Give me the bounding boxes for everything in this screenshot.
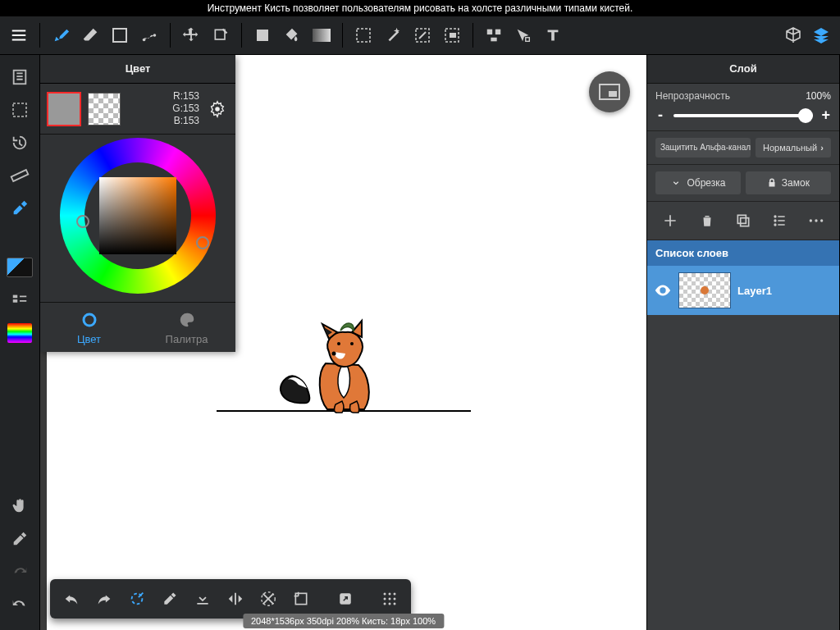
svg-rect-0 bbox=[113, 29, 126, 42]
canvas-area[interactable]: Цвет R:153 G:153 B:153 bbox=[40, 55, 646, 630]
svg-rect-18 bbox=[13, 299, 18, 303]
svg-rect-16 bbox=[11, 170, 29, 181]
redo-button[interactable] bbox=[88, 582, 121, 615]
layer-name-label: Layer1 bbox=[737, 285, 772, 297]
svg-point-43 bbox=[809, 219, 811, 221]
opacity-slider[interactable] bbox=[673, 114, 813, 117]
svg-point-36 bbox=[389, 603, 391, 605]
grid-button[interactable] bbox=[373, 582, 406, 615]
history-button[interactable] bbox=[6, 129, 34, 157]
layer-more-button[interactable] bbox=[806, 210, 827, 231]
lock-layer-button[interactable]: Замок bbox=[746, 171, 831, 194]
rotate-button[interactable] bbox=[252, 582, 285, 615]
svg-point-29 bbox=[384, 593, 386, 596]
svg-rect-39 bbox=[741, 218, 749, 226]
add-layer-button[interactable] bbox=[660, 210, 681, 231]
save-button[interactable] bbox=[186, 582, 219, 615]
gradient-tool[interactable] bbox=[308, 21, 336, 49]
svg-rect-5 bbox=[313, 29, 331, 42]
crop-layer-button[interactable]: Обрезка bbox=[655, 171, 741, 194]
marquee-select-tool[interactable] bbox=[349, 21, 377, 49]
3d-view-button[interactable] bbox=[779, 21, 807, 49]
undo-arrow-button[interactable] bbox=[6, 591, 34, 619]
svg-rect-12 bbox=[491, 38, 496, 42]
svg-point-32 bbox=[384, 598, 386, 600]
svg-point-35 bbox=[384, 603, 386, 605]
blend-mode-select[interactable]: Нормальный bbox=[756, 138, 831, 158]
pointer-edit-tool[interactable] bbox=[509, 21, 537, 49]
palette-list-button[interactable] bbox=[6, 286, 34, 314]
brush-settings-button[interactable] bbox=[6, 194, 34, 222]
svg-point-24 bbox=[84, 314, 95, 326]
layer-thumbnail bbox=[678, 272, 731, 308]
color-settings-button[interactable] bbox=[206, 95, 229, 123]
minimap-button[interactable] bbox=[589, 71, 630, 112]
reference-panel-button[interactable] bbox=[6, 63, 34, 91]
move-tool[interactable] bbox=[177, 21, 205, 49]
svg-point-30 bbox=[389, 593, 391, 596]
layer-options-button[interactable] bbox=[769, 210, 790, 231]
color-tab[interactable]: Цвет bbox=[40, 303, 138, 352]
layer-item[interactable]: Layer1 bbox=[647, 266, 839, 315]
layers-panel: Слой Непрозрачность 100% - + Защитить Ал… bbox=[646, 55, 840, 630]
layers-toggle-button[interactable] bbox=[807, 21, 835, 49]
background-swatch[interactable] bbox=[88, 93, 121, 126]
rainbow-palette-button[interactable] bbox=[6, 319, 34, 347]
color-wheel[interactable] bbox=[60, 138, 216, 294]
protect-alpha-button[interactable]: Защитить Альфа-канал bbox=[655, 138, 751, 158]
menu-button[interactable] bbox=[5, 21, 33, 49]
select-brush-tool[interactable] bbox=[409, 21, 436, 49]
eyedropper-button[interactable] bbox=[6, 525, 34, 553]
mirror-button[interactable] bbox=[219, 582, 252, 615]
redo-arrow-button[interactable] bbox=[6, 558, 34, 586]
eraser-tool[interactable] bbox=[76, 21, 104, 49]
svg-rect-9 bbox=[450, 33, 456, 38]
svg-rect-10 bbox=[487, 30, 492, 34]
color-panel-title: Цвет bbox=[40, 55, 235, 84]
layer-visibility-toggle[interactable] bbox=[654, 281, 672, 299]
svg-point-20 bbox=[331, 351, 336, 355]
svg-rect-15 bbox=[13, 103, 26, 116]
svg-point-40 bbox=[774, 215, 777, 217]
color-panel: Цвет R:153 G:153 B:153 bbox=[40, 55, 235, 352]
svg-point-33 bbox=[389, 598, 391, 600]
align-tool[interactable] bbox=[480, 21, 508, 49]
svg-point-37 bbox=[394, 603, 396, 605]
color-preview-button[interactable] bbox=[6, 253, 34, 281]
svg-point-1 bbox=[143, 39, 146, 42]
svg-point-41 bbox=[774, 219, 777, 221]
selection-panel-button[interactable] bbox=[6, 96, 34, 124]
svg-rect-27 bbox=[295, 593, 306, 604]
delete-layer-button[interactable] bbox=[696, 210, 718, 231]
fill-tool[interactable] bbox=[249, 21, 276, 49]
duplicate-layer-button[interactable] bbox=[733, 210, 754, 231]
svg-rect-3 bbox=[215, 30, 225, 39]
foreground-swatch[interactable] bbox=[47, 92, 81, 126]
crop-button[interactable] bbox=[285, 582, 317, 615]
fullscreen-button[interactable] bbox=[329, 582, 362, 615]
ruler-button[interactable] bbox=[6, 162, 34, 189]
opacity-label: Непрозрачность bbox=[655, 90, 799, 102]
undo-button[interactable] bbox=[55, 582, 88, 615]
svg-rect-11 bbox=[495, 30, 500, 34]
brush-cursor-button[interactable] bbox=[121, 582, 153, 615]
transform-tool[interactable] bbox=[207, 21, 235, 49]
svg-point-34 bbox=[394, 598, 396, 600]
select-erase-tool[interactable] bbox=[438, 21, 466, 49]
smudge-tool[interactable] bbox=[135, 21, 163, 49]
layers-panel-title: Слой bbox=[647, 55, 839, 84]
opacity-increase-button[interactable]: + bbox=[821, 107, 831, 124]
opacity-decrease-button[interactable]: - bbox=[655, 107, 665, 124]
text-tool[interactable] bbox=[539, 21, 567, 49]
magic-wand-tool[interactable] bbox=[379, 21, 407, 49]
svg-rect-13 bbox=[526, 38, 530, 42]
bucket-tool[interactable] bbox=[278, 21, 306, 49]
pan-hand-button[interactable] bbox=[6, 492, 34, 520]
rgb-readout: R:153 G:153 B:153 bbox=[127, 90, 199, 127]
palette-tab[interactable]: Палитра bbox=[138, 303, 235, 352]
svg-point-21 bbox=[337, 342, 340, 345]
brush-tool[interactable] bbox=[47, 21, 75, 49]
shape-tool[interactable] bbox=[106, 21, 134, 49]
bottom-toolbar bbox=[50, 579, 411, 619]
eyedropper-quick-button[interactable] bbox=[153, 582, 186, 615]
